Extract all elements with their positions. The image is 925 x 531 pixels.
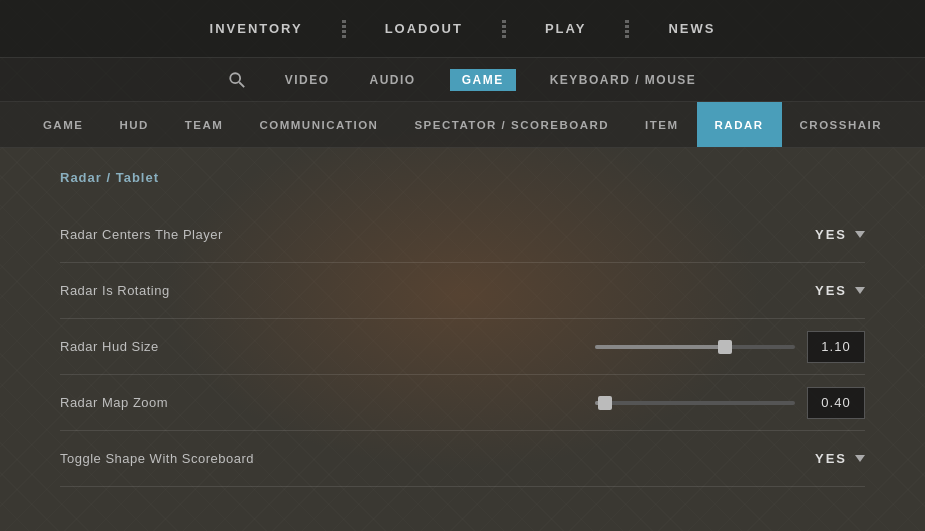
label-toggle-shape-scoreboard: Toggle Shape With Scoreboard	[60, 451, 254, 466]
subnav-radar[interactable]: RADAR	[697, 102, 782, 147]
nav-loadout[interactable]: LOADOUT	[353, 0, 495, 57]
slider-thumb-radar-map-zoom[interactable]	[598, 396, 612, 410]
slider-fill-radar-hud-size	[595, 345, 725, 349]
value-radar-centers-player: YES	[815, 227, 847, 242]
setting-radar-centers-player: Radar Centers The Player YES	[60, 207, 865, 263]
dropdown-radar-is-rotating[interactable]: YES	[815, 283, 865, 298]
subnav-team[interactable]: TEAM	[167, 102, 242, 147]
value-radar-is-rotating: YES	[815, 283, 847, 298]
slider-container-radar-hud-size: 1.10	[595, 331, 865, 363]
nav-news[interactable]: NEWS	[636, 0, 747, 57]
nav-divider-3	[618, 20, 636, 38]
search-button[interactable]	[223, 66, 251, 94]
slider-track-radar-map-zoom[interactable]	[595, 401, 795, 405]
chevron-down-icon	[855, 231, 865, 238]
second-navigation: VIDEO AUDIO GAME KEYBOARD / MOUSE	[0, 58, 925, 102]
setting-radar-hud-size: Radar Hud Size 1.10	[60, 319, 865, 375]
top-navigation: INVENTORY LOADOUT PLAY NEWS	[0, 0, 925, 58]
subnav-crosshair[interactable]: CROSSHAIR	[782, 102, 901, 147]
nav-inventory[interactable]: INVENTORY	[178, 0, 335, 57]
subnav-game[interactable]: GAME	[25, 102, 102, 147]
tab-game[interactable]: GAME	[450, 69, 516, 91]
subnav-hud[interactable]: HUD	[101, 102, 166, 147]
label-radar-map-zoom: Radar Map Zoom	[60, 395, 168, 410]
dropdown-toggle-shape-scoreboard[interactable]: YES	[815, 451, 865, 466]
tab-audio[interactable]: AUDIO	[363, 69, 421, 91]
section-title: Radar / Tablet	[60, 170, 865, 185]
search-icon	[228, 71, 246, 89]
chevron-down-icon	[855, 287, 865, 294]
input-radar-map-zoom[interactable]: 0.40	[807, 387, 865, 419]
input-radar-hud-size[interactable]: 1.10	[807, 331, 865, 363]
tab-video[interactable]: VIDEO	[279, 69, 336, 91]
nav-divider-1	[335, 20, 353, 38]
subnav-spectator-scoreboard[interactable]: SPECTATOR / SCOREBOARD	[396, 102, 627, 147]
label-radar-centers-player: Radar Centers The Player	[60, 227, 223, 242]
slider-track-radar-hud-size[interactable]	[595, 345, 795, 349]
setting-radar-map-zoom: Radar Map Zoom 0.40	[60, 375, 865, 431]
chevron-down-icon	[855, 455, 865, 462]
nav-play[interactable]: PLAY	[513, 0, 618, 57]
value-toggle-shape-scoreboard: YES	[815, 451, 847, 466]
slider-thumb-radar-hud-size[interactable]	[718, 340, 732, 354]
svg-point-0	[230, 73, 240, 83]
settings-list: Radar Centers The Player YES Radar Is Ro…	[60, 207, 865, 487]
slider-container-radar-map-zoom: 0.40	[595, 387, 865, 419]
subnav-item[interactable]: ITEM	[627, 102, 696, 147]
main-content: Radar / Tablet Radar Centers The Player …	[0, 148, 925, 509]
setting-radar-is-rotating: Radar Is Rotating YES	[60, 263, 865, 319]
dropdown-radar-centers-player[interactable]: YES	[815, 227, 865, 242]
sub-navigation: GAME HUD TEAM COMMUNICATION SPECTATOR / …	[0, 102, 925, 148]
subnav-communication[interactable]: COMMUNICATION	[241, 102, 396, 147]
svg-line-1	[239, 82, 244, 87]
label-radar-is-rotating: Radar Is Rotating	[60, 283, 170, 298]
label-radar-hud-size: Radar Hud Size	[60, 339, 159, 354]
setting-toggle-shape-scoreboard: Toggle Shape With Scoreboard YES	[60, 431, 865, 487]
nav-divider-2	[495, 20, 513, 38]
tab-keyboard-mouse[interactable]: KEYBOARD / MOUSE	[544, 69, 703, 91]
